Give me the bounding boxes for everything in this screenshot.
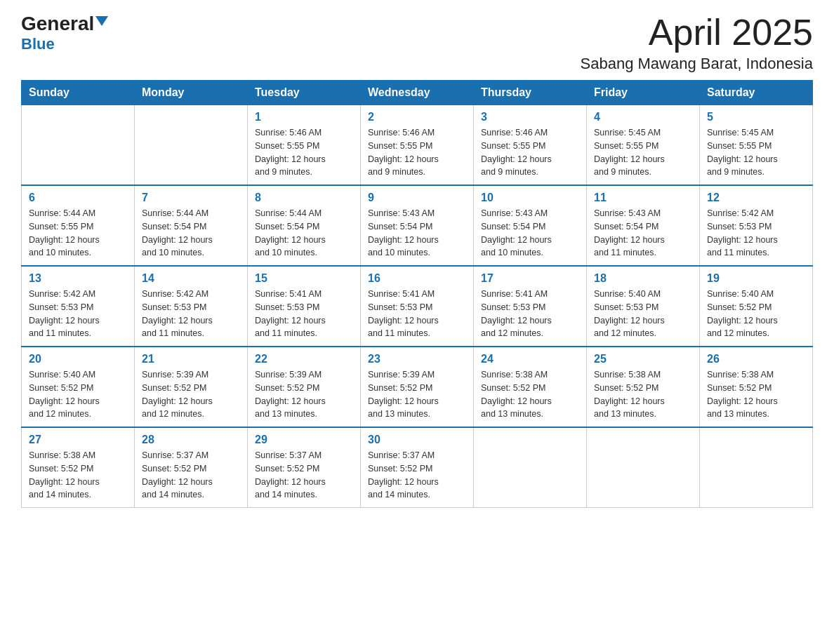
day-number: 4: [594, 111, 692, 123]
day-number: 10: [481, 192, 579, 204]
calendar-table: SundayMondayTuesdayWednesdayThursdayFrid…: [21, 80, 813, 508]
day-cell: 5Sunrise: 5:45 AMSunset: 5:55 PMDaylight…: [700, 105, 813, 186]
day-cell: [587, 427, 700, 508]
day-number: 28: [142, 434, 240, 446]
day-cell: 18Sunrise: 5:40 AMSunset: 5:53 PMDayligh…: [587, 266, 700, 347]
day-number: 23: [368, 353, 466, 365]
day-number: 26: [707, 353, 805, 365]
header-saturday: Saturday: [700, 81, 813, 105]
page-header: General Blue April 2025 Sabang Mawang Ba…: [21, 14, 813, 73]
day-number: 18: [594, 272, 692, 285]
day-info: Sunrise: 5:42 AMSunset: 5:53 PMDaylight:…: [142, 288, 240, 340]
day-cell: 22Sunrise: 5:39 AMSunset: 5:52 PMDayligh…: [248, 347, 361, 427]
title-block: April 2025 Sabang Mawang Barat, Indonesi…: [581, 14, 813, 73]
week-row-1: 1Sunrise: 5:46 AMSunset: 5:55 PMDaylight…: [22, 105, 813, 186]
day-number: 1: [255, 111, 353, 123]
header-wednesday: Wednesday: [361, 81, 474, 105]
week-row-2: 6Sunrise: 5:44 AMSunset: 5:55 PMDaylight…: [22, 185, 813, 266]
day-cell: 12Sunrise: 5:42 AMSunset: 5:53 PMDayligh…: [700, 185, 813, 266]
day-number: 29: [255, 434, 353, 446]
calendar-title: April 2025: [581, 14, 813, 51]
day-cell: [135, 105, 248, 186]
day-number: 19: [707, 272, 805, 285]
header-tuesday: Tuesday: [248, 81, 361, 105]
logo-general: General: [21, 14, 94, 34]
day-info: Sunrise: 5:40 AMSunset: 5:52 PMDaylight:…: [707, 288, 805, 340]
day-info: Sunrise: 5:43 AMSunset: 5:54 PMDaylight:…: [481, 207, 579, 260]
day-number: 30: [368, 434, 466, 446]
day-cell: 14Sunrise: 5:42 AMSunset: 5:53 PMDayligh…: [135, 266, 248, 347]
day-info: Sunrise: 5:40 AMSunset: 5:53 PMDaylight:…: [594, 288, 692, 340]
day-cell: 20Sunrise: 5:40 AMSunset: 5:52 PMDayligh…: [22, 347, 135, 427]
day-number: 11: [594, 192, 692, 204]
day-info: Sunrise: 5:38 AMSunset: 5:52 PMDaylight:…: [707, 368, 805, 421]
calendar-subtitle: Sabang Mawang Barat, Indonesia: [581, 55, 813, 73]
day-cell: [22, 105, 135, 186]
day-cell: 25Sunrise: 5:38 AMSunset: 5:52 PMDayligh…: [587, 347, 700, 427]
day-number: 8: [255, 192, 353, 204]
day-number: 2: [368, 111, 466, 123]
day-cell: [700, 427, 813, 508]
day-number: 5: [707, 111, 805, 123]
day-cell: 28Sunrise: 5:37 AMSunset: 5:52 PMDayligh…: [135, 427, 248, 508]
day-info: Sunrise: 5:46 AMSunset: 5:55 PMDaylight:…: [481, 126, 579, 179]
day-cell: 10Sunrise: 5:43 AMSunset: 5:54 PMDayligh…: [474, 185, 587, 266]
day-cell: 19Sunrise: 5:40 AMSunset: 5:52 PMDayligh…: [700, 266, 813, 347]
day-number: 16: [368, 272, 466, 285]
day-info: Sunrise: 5:37 AMSunset: 5:52 PMDaylight:…: [142, 449, 240, 502]
day-info: Sunrise: 5:44 AMSunset: 5:54 PMDaylight:…: [142, 207, 240, 260]
day-info: Sunrise: 5:43 AMSunset: 5:54 PMDaylight:…: [368, 207, 466, 260]
day-number: 9: [368, 192, 466, 204]
day-number: 25: [594, 353, 692, 365]
day-info: Sunrise: 5:45 AMSunset: 5:55 PMDaylight:…: [707, 126, 805, 179]
day-info: Sunrise: 5:43 AMSunset: 5:54 PMDaylight:…: [594, 207, 692, 260]
header-friday: Friday: [587, 81, 700, 105]
day-number: 3: [481, 111, 579, 123]
day-info: Sunrise: 5:40 AMSunset: 5:52 PMDaylight:…: [29, 368, 127, 421]
day-cell: 8Sunrise: 5:44 AMSunset: 5:54 PMDaylight…: [248, 185, 361, 266]
day-cell: 4Sunrise: 5:45 AMSunset: 5:55 PMDaylight…: [587, 105, 700, 186]
day-info: Sunrise: 5:41 AMSunset: 5:53 PMDaylight:…: [368, 288, 466, 340]
day-info: Sunrise: 5:44 AMSunset: 5:54 PMDaylight:…: [255, 207, 353, 260]
day-number: 14: [142, 272, 240, 285]
header-sunday: Sunday: [22, 81, 135, 105]
day-cell: 11Sunrise: 5:43 AMSunset: 5:54 PMDayligh…: [587, 185, 700, 266]
day-cell: 23Sunrise: 5:39 AMSunset: 5:52 PMDayligh…: [361, 347, 474, 427]
day-info: Sunrise: 5:38 AMSunset: 5:52 PMDaylight:…: [29, 449, 127, 502]
day-info: Sunrise: 5:38 AMSunset: 5:52 PMDaylight:…: [594, 368, 692, 421]
day-info: Sunrise: 5:39 AMSunset: 5:52 PMDaylight:…: [368, 368, 466, 421]
day-number: 6: [29, 192, 127, 204]
day-number: 20: [29, 353, 127, 365]
day-info: Sunrise: 5:45 AMSunset: 5:55 PMDaylight:…: [594, 126, 692, 179]
day-info: Sunrise: 5:46 AMSunset: 5:55 PMDaylight:…: [368, 126, 466, 179]
logo-triangle-icon: [95, 16, 108, 26]
day-cell: 13Sunrise: 5:42 AMSunset: 5:53 PMDayligh…: [22, 266, 135, 347]
day-info: Sunrise: 5:41 AMSunset: 5:53 PMDaylight:…: [481, 288, 579, 340]
day-info: Sunrise: 5:37 AMSunset: 5:52 PMDaylight:…: [368, 449, 466, 502]
day-number: 13: [29, 272, 127, 285]
logo: General Blue: [21, 14, 108, 53]
day-cell: 2Sunrise: 5:46 AMSunset: 5:55 PMDaylight…: [361, 105, 474, 186]
day-cell: 16Sunrise: 5:41 AMSunset: 5:53 PMDayligh…: [361, 266, 474, 347]
day-info: Sunrise: 5:42 AMSunset: 5:53 PMDaylight:…: [29, 288, 127, 340]
day-info: Sunrise: 5:39 AMSunset: 5:52 PMDaylight:…: [255, 368, 353, 421]
day-info: Sunrise: 5:37 AMSunset: 5:52 PMDaylight:…: [255, 449, 353, 502]
week-row-4: 20Sunrise: 5:40 AMSunset: 5:52 PMDayligh…: [22, 347, 813, 427]
day-cell: 24Sunrise: 5:38 AMSunset: 5:52 PMDayligh…: [474, 347, 587, 427]
day-info: Sunrise: 5:38 AMSunset: 5:52 PMDaylight:…: [481, 368, 579, 421]
header-row: SundayMondayTuesdayWednesdayThursdayFrid…: [22, 81, 813, 105]
day-cell: 29Sunrise: 5:37 AMSunset: 5:52 PMDayligh…: [248, 427, 361, 508]
header-monday: Monday: [135, 81, 248, 105]
day-number: 12: [707, 192, 805, 204]
day-cell: [474, 427, 587, 508]
day-number: 24: [481, 353, 579, 365]
week-row-5: 27Sunrise: 5:38 AMSunset: 5:52 PMDayligh…: [22, 427, 813, 508]
day-cell: 7Sunrise: 5:44 AMSunset: 5:54 PMDaylight…: [135, 185, 248, 266]
day-cell: 3Sunrise: 5:46 AMSunset: 5:55 PMDaylight…: [474, 105, 587, 186]
day-cell: 1Sunrise: 5:46 AMSunset: 5:55 PMDaylight…: [248, 105, 361, 186]
logo-blue: Blue: [21, 35, 55, 53]
day-number: 7: [142, 192, 240, 204]
day-number: 21: [142, 353, 240, 365]
day-info: Sunrise: 5:39 AMSunset: 5:52 PMDaylight:…: [142, 368, 240, 421]
day-cell: 17Sunrise: 5:41 AMSunset: 5:53 PMDayligh…: [474, 266, 587, 347]
